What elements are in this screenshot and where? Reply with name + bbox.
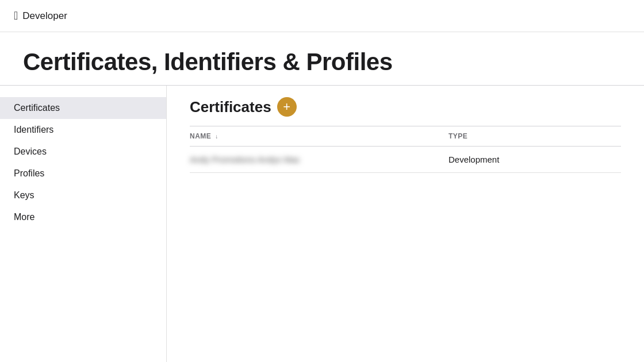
- column-header-type: TYPE: [448, 126, 621, 147]
- certificates-table: NAME ↓ TYPE Andy Promotions Andys Mac De…: [190, 126, 621, 173]
- sidebar-item-identifiers[interactable]: Identifiers: [0, 119, 166, 141]
- sidebar-item-more[interactable]: More: [0, 206, 166, 228]
- developer-label: Developer: [22, 10, 67, 22]
- sidebar: Certificates Identifiers Devices Profile…: [0, 86, 167, 362]
- table-row[interactable]: Andy Promotions Andys Mac Development: [190, 147, 621, 173]
- content-area: Certificates + NAME ↓ TYPE: [167, 86, 644, 362]
- content-title: Certificates: [190, 98, 271, 116]
- column-header-name: NAME ↓: [190, 126, 448, 147]
- sidebar-item-certificates[interactable]: Certificates: [0, 97, 166, 119]
- main-content: Certificates Identifiers Devices Profile…: [0, 86, 644, 362]
- plus-icon: +: [283, 101, 290, 113]
- certificate-name: Andy Promotions Andys Mac: [190, 155, 300, 164]
- certificate-type-cell: Development: [448, 147, 621, 173]
- page-title-area: Certificates, Identifiers & Profiles: [0, 32, 644, 86]
- add-certificate-button[interactable]: +: [277, 97, 297, 117]
- content-header: Certificates +: [190, 97, 621, 117]
- apple-logo-icon: : [14, 9, 18, 22]
- certificate-type: Development: [448, 155, 499, 164]
- page-title: Certificates, Identifiers & Profiles: [23, 48, 621, 76]
- table-body: Andy Promotions Andys Mac Development: [190, 147, 621, 173]
- table-header-row: NAME ↓ TYPE: [190, 126, 621, 147]
- sort-icon: ↓: [215, 133, 218, 140]
- sidebar-item-profiles[interactable]: Profiles: [0, 163, 166, 184]
- sidebar-item-devices[interactable]: Devices: [0, 141, 166, 163]
- sidebar-item-keys[interactable]: Keys: [0, 184, 166, 206]
- certificate-name-cell: Andy Promotions Andys Mac: [190, 147, 448, 173]
- top-nav:  Developer: [0, 0, 644, 32]
